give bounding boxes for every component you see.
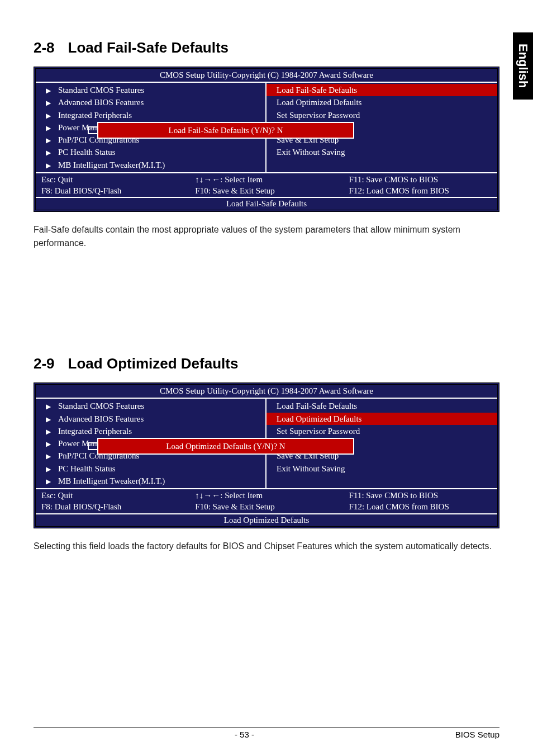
section-28-body: Fail-Safe defaults contain the most appr… xyxy=(34,223,499,250)
dialog-connector xyxy=(88,126,97,134)
bios-title: CMOS Setup Utility-Copyright (C) 1984-20… xyxy=(36,385,497,399)
menu-label: PC Health Status xyxy=(58,464,116,473)
caret-right-icon: ▶ xyxy=(46,111,51,120)
menu-item[interactable]: Set Supervisor Password xyxy=(266,425,497,437)
menu-label: Exit Without Saving xyxy=(277,464,345,473)
page-number: - 53 - xyxy=(34,730,455,739)
help-text: F8: Dual BIOS/Q-Flash xyxy=(41,501,184,512)
caret-right-icon: ▶ xyxy=(46,402,51,411)
help-right: F11: Save CMOS to BIOS F12: Load CMOS fr… xyxy=(344,489,497,513)
caret-right-icon: ▶ xyxy=(46,440,51,448)
menu-label: Integrated Peripherals xyxy=(58,111,132,120)
caret-right-icon: ▶ xyxy=(46,161,51,170)
dialog-connector xyxy=(88,442,97,450)
section-29-body: Selecting this field loads the factory d… xyxy=(34,540,499,553)
menu-item[interactable]: ▶Standard CMOS Features xyxy=(36,400,265,412)
menu-label: Load Optimized Defaults xyxy=(277,98,361,107)
section-number: 2-8 xyxy=(34,39,55,56)
bios-menu-area: ▶Standard CMOS Features ▶Advanced BIOS F… xyxy=(36,83,497,173)
caret-right-icon: ▶ xyxy=(46,148,51,157)
menu-item[interactable]: ▶Advanced BIOS Features xyxy=(36,96,265,108)
caret-right-icon: ▶ xyxy=(46,136,51,145)
bios-screen-29: CMOS Setup Utility-Copyright (C) 1984-20… xyxy=(34,382,499,528)
menu-item[interactable]: ▶Integrated Peripherals xyxy=(36,109,265,121)
caret-right-icon: ▶ xyxy=(46,124,51,133)
menu-label: Exit Without Saving xyxy=(277,148,345,157)
section-title: Load Optimized Defaults xyxy=(68,355,239,372)
footer-section: BIOS Setup xyxy=(455,730,499,739)
caret-right-icon: ▶ xyxy=(46,452,51,461)
menu-item[interactable]: ▶Integrated Peripherals xyxy=(36,425,265,437)
menu-label: Advanced BIOS Features xyxy=(58,98,144,107)
bios-footer: Load Fail-Safe Defaults xyxy=(36,198,497,210)
menu-item[interactable]: ▶Standard CMOS Features xyxy=(36,84,265,96)
side-tab: English xyxy=(513,32,533,100)
help-text: Esc: Quit xyxy=(41,174,184,185)
menu-item[interactable]: Exit Without Saving xyxy=(266,146,497,158)
dialog-text: Load Fail-Safe Defaults (Y/N)? N xyxy=(169,126,283,135)
section-title: Load Fail-Safe Defaults xyxy=(68,39,229,56)
caret-right-icon: ▶ xyxy=(46,415,51,424)
help-text: F10: Save & Exit Setup xyxy=(195,185,337,196)
help-right: F11: Save CMOS to BIOS F12: Load CMOS fr… xyxy=(344,173,497,197)
menu-label: MB Intelligent Tweaker(M.I.T.) xyxy=(58,476,165,485)
confirm-dialog[interactable]: Load Optimized Defaults (Y/N)? N xyxy=(97,438,354,455)
menu-label: Integrated Peripherals xyxy=(58,427,132,436)
bios-screen-28: CMOS Setup Utility-Copyright (C) 1984-20… xyxy=(34,67,499,212)
bios-menu-area: ▶Standard CMOS Features ▶Advanced BIOS F… xyxy=(36,399,497,489)
menu-item-selected[interactable]: Load Fail-Safe Defaults xyxy=(266,84,497,96)
menu-label: Load Fail-Safe Defaults xyxy=(277,86,357,94)
section-number: 2-9 xyxy=(34,355,55,372)
bios-footer: Load Optimized Defaults xyxy=(36,514,497,526)
dialog-text: Load Optimized Defaults (Y/N)? N xyxy=(166,442,285,451)
caret-right-icon: ▶ xyxy=(46,465,51,474)
menu-item[interactable]: ▶Advanced BIOS Features xyxy=(36,413,265,425)
menu-item[interactable]: Exit Without Saving xyxy=(266,462,497,475)
help-text: ↑↓→←: Select Item xyxy=(195,490,337,501)
menu-label: Standard CMOS Features xyxy=(58,401,144,410)
help-center: ↑↓→←: Select Item F10: Save & Exit Setup xyxy=(189,489,343,513)
menu-label: Advanced BIOS Features xyxy=(58,414,144,423)
page-footer: - 53 - BIOS Setup xyxy=(34,727,499,739)
menu-item-selected[interactable]: Load Optimized Defaults xyxy=(266,413,497,425)
bios-title: CMOS Setup Utility-Copyright (C) 1984-20… xyxy=(36,69,497,83)
menu-item[interactable]: ▶MB Intelligent Tweaker(M.I.T.) xyxy=(36,159,265,171)
confirm-dialog[interactable]: Load Fail-Safe Defaults (Y/N)? N xyxy=(97,122,354,139)
caret-right-icon: ▶ xyxy=(46,98,51,107)
bios-help-row: Esc: Quit F8: Dual BIOS/Q-Flash ↑↓→←: Se… xyxy=(36,173,497,199)
menu-label: Set Supervisor Password xyxy=(277,427,360,436)
caret-right-icon: ▶ xyxy=(46,427,51,436)
menu-item[interactable]: ▶MB Intelligent Tweaker(M.I.T.) xyxy=(36,475,265,487)
help-left: Esc: Quit F8: Dual BIOS/Q-Flash xyxy=(36,489,189,513)
help-center: ↑↓→←: Select Item F10: Save & Exit Setup xyxy=(189,173,343,197)
help-left: Esc: Quit F8: Dual BIOS/Q-Flash xyxy=(36,173,189,197)
menu-item[interactable]: ▶PC Health Status xyxy=(36,462,265,475)
menu-label: PC Health Status xyxy=(58,148,116,157)
caret-right-icon: ▶ xyxy=(46,477,51,486)
help-text: ↑↓→←: Select Item xyxy=(195,174,337,185)
bios-help-row: Esc: Quit F8: Dual BIOS/Q-Flash ↑↓→←: Se… xyxy=(36,489,497,514)
menu-label: Set Supervisor Password xyxy=(277,111,360,120)
help-text: F11: Save CMOS to BIOS xyxy=(349,174,492,185)
help-text: F11: Save CMOS to BIOS xyxy=(349,490,492,501)
menu-item[interactable]: Load Fail-Safe Defaults xyxy=(266,400,497,412)
menu-item[interactable]: Set Supervisor Password xyxy=(266,109,497,121)
menu-item[interactable]: Load Optimized Defaults xyxy=(266,96,497,108)
help-text: F10: Save & Exit Setup xyxy=(195,501,337,512)
menu-label: Load Fail-Safe Defaults xyxy=(277,401,357,410)
help-text: F12: Load CMOS from BIOS xyxy=(349,501,492,512)
caret-right-icon: ▶ xyxy=(46,86,51,95)
menu-item[interactable]: ▶PC Health Status xyxy=(36,146,265,158)
help-text: F12: Load CMOS from BIOS xyxy=(349,185,492,196)
menu-label: Standard CMOS Features xyxy=(58,86,144,94)
heading-2-9: 2-9Load Optimized Defaults xyxy=(34,355,499,372)
heading-2-8: 2-8Load Fail-Safe Defaults xyxy=(34,39,499,56)
help-text: Esc: Quit xyxy=(41,490,184,501)
menu-label: Load Optimized Defaults xyxy=(277,414,361,423)
help-text: F8: Dual BIOS/Q-Flash xyxy=(41,185,184,196)
menu-label: MB Intelligent Tweaker(M.I.T.) xyxy=(58,160,165,169)
